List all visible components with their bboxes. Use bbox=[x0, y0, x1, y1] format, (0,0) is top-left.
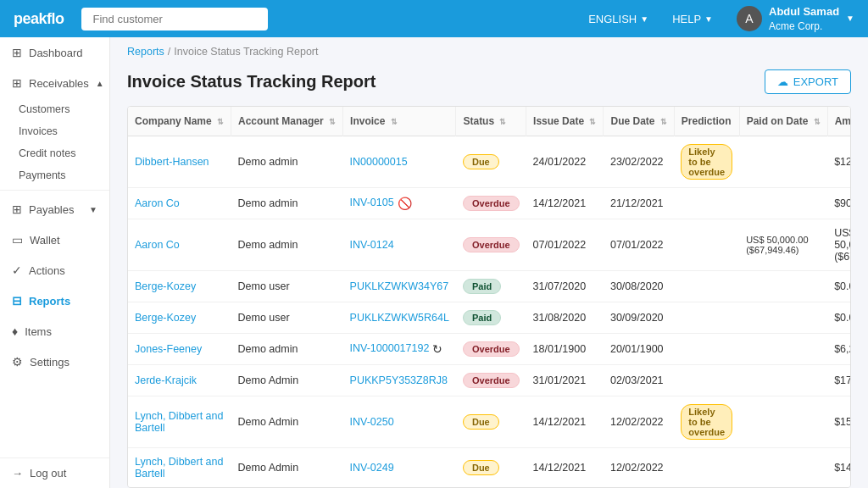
sort-icon: ⇅ bbox=[329, 118, 336, 126]
company-link[interactable]: Aaron Co bbox=[135, 197, 180, 209]
invoice-link[interactable]: INV-0250 bbox=[350, 416, 394, 428]
cell-issue-date: 07/01/2022 bbox=[526, 219, 604, 271]
payables-chevron-icon: ▼ bbox=[89, 205, 97, 214]
invoice-link[interactable]: PUKLKZWKW34Y67 bbox=[350, 280, 449, 292]
breadcrumb-separator: / bbox=[168, 46, 170, 58]
invoice-link[interactable]: IN00000015 bbox=[350, 156, 408, 168]
company-link[interactable]: Jerde-Krajcik bbox=[135, 374, 197, 386]
status-badge: Overdue bbox=[463, 196, 520, 211]
invoice-link[interactable]: PUKKP5Y353Z8RJ8 bbox=[350, 374, 448, 386]
status-badge: Due bbox=[463, 414, 499, 430]
invoice-link[interactable]: INV-1000017192 bbox=[350, 342, 430, 354]
company-link[interactable]: Berge-Kozey bbox=[135, 312, 196, 324]
company-link[interactable]: Lynch, Dibbert and Bartell bbox=[135, 456, 223, 480]
company-link[interactable]: Lynch, Dibbert and Bartell bbox=[135, 410, 223, 434]
table-row: Jerde-Krajcik Demo Admin PUKKP5Y353Z8RJ8… bbox=[128, 365, 851, 396]
cell-account: Demo Admin bbox=[231, 448, 343, 488]
cell-invoice: INV-0249 bbox=[343, 448, 456, 488]
col-account[interactable]: Account Manager ⇅ bbox=[231, 107, 343, 136]
sidebar-item-payables[interactable]: ⊞ Payables ▼ bbox=[0, 194, 109, 225]
cell-company: Jones-Feeney bbox=[128, 334, 231, 365]
sort-icon: ⇅ bbox=[660, 118, 667, 126]
prediction-badge: Likely to be overdue bbox=[681, 144, 732, 180]
user-menu[interactable]: A Abdul Samad Acme Corp. ▼ bbox=[737, 4, 854, 34]
invoice-link[interactable]: INV-0124 bbox=[350, 239, 394, 251]
invoice-link[interactable]: INV-0249 bbox=[350, 462, 394, 474]
user-chevron-icon: ▼ bbox=[846, 14, 854, 23]
cell-company: Lynch, Dibbert and Bartell bbox=[128, 396, 231, 448]
cell-account: Demo admin bbox=[231, 334, 343, 365]
cell-account: Demo admin bbox=[231, 219, 343, 271]
sidebar-item-items[interactable]: ♦ Items bbox=[0, 316, 109, 347]
help-chevron-icon: ▼ bbox=[704, 14, 713, 24]
items-icon: ♦ bbox=[12, 324, 18, 338]
col-status[interactable]: Status ⇅ bbox=[456, 107, 526, 136]
invoice-table-wrapper[interactable]: Company Name ⇅ Account Manager ⇅ Invoice… bbox=[127, 106, 851, 488]
invoice-link[interactable]: PUKLKZWKW5R64L bbox=[350, 312, 449, 324]
sort-icon: ⇅ bbox=[391, 118, 398, 126]
sort-icon: ⇅ bbox=[814, 118, 821, 126]
cell-company: Berge-Kozey bbox=[128, 271, 231, 302]
sidebar-item-payments[interactable]: Payments bbox=[0, 164, 109, 186]
company-link[interactable]: Jones-Feeney bbox=[135, 343, 202, 355]
sidebar: ⊞ Dashboard ⊞ Receivables ▲ Customers In… bbox=[0, 37, 110, 488]
receivables-chevron-icon: ▲ bbox=[96, 79, 104, 88]
cell-prediction bbox=[674, 365, 739, 396]
cell-status: Due bbox=[456, 448, 526, 488]
cell-invoice: IN00000015 bbox=[343, 136, 456, 188]
status-badge: Due bbox=[463, 460, 499, 475]
sidebar-item-invoices[interactable]: Invoices bbox=[0, 120, 109, 142]
cell-company: Jerde-Krajcik bbox=[128, 365, 231, 396]
cell-issue-date: 31/07/2020 bbox=[526, 271, 604, 302]
company-link[interactable]: Berge-Kozey bbox=[135, 280, 196, 292]
sidebar-item-reports[interactable]: ⊟ Reports bbox=[0, 286, 109, 316]
sidebar-item-actions[interactable]: ✓ Actions bbox=[0, 255, 109, 286]
sidebar-item-receivables[interactable]: ⊞ Receivables ▲ bbox=[0, 68, 109, 98]
cell-paid-on-date: US$ 50,000.00 ($67,949.46) bbox=[739, 219, 827, 271]
col-prediction[interactable]: Prediction bbox=[674, 107, 739, 136]
export-button[interactable]: ☁ EXPORT bbox=[765, 69, 851, 94]
sidebar-item-customers[interactable]: Customers bbox=[0, 98, 109, 120]
dashboard-icon: ⊞ bbox=[12, 46, 22, 59]
cell-amount-due: $123,386.70 bbox=[827, 136, 851, 188]
col-due-date[interactable]: Due Date ⇅ bbox=[604, 107, 674, 136]
status-badge: Overdue bbox=[463, 237, 520, 252]
col-amount-due[interactable]: Amount Due ↓ bbox=[827, 107, 851, 136]
col-issue-date[interactable]: Issue Date ⇅ bbox=[526, 107, 604, 136]
table-row: Berge-Kozey Demo user PUKLKZWKW5R64L Pai… bbox=[128, 302, 851, 334]
sidebar-divider bbox=[0, 190, 109, 191]
logout-button[interactable]: → Log out bbox=[0, 458, 109, 488]
language-selector[interactable]: ENGLISH ▼ bbox=[588, 13, 648, 25]
cell-invoice: INV-1000017192↻ bbox=[343, 334, 456, 365]
search-input[interactable] bbox=[81, 8, 268, 30]
col-company[interactable]: Company Name ⇅ bbox=[128, 107, 231, 136]
cell-company: Aaron Co bbox=[128, 219, 231, 271]
table-row: Lynch, Dibbert and Bartell Demo Admin IN… bbox=[128, 396, 851, 448]
sidebar-item-dashboard[interactable]: ⊞ Dashboard bbox=[0, 37, 109, 68]
help-menu[interactable]: HELP ▼ bbox=[672, 13, 713, 25]
cell-prediction bbox=[674, 271, 739, 302]
invoice-link[interactable]: INV-0105 bbox=[350, 197, 394, 208]
col-paid-on-date[interactable]: Paid on Date ⇅ bbox=[739, 107, 827, 136]
sort-icon: ⇅ bbox=[217, 118, 224, 126]
receivables-icon: ⊞ bbox=[12, 76, 22, 90]
cell-amount-due: $0.00 bbox=[827, 302, 851, 334]
sidebar-item-credit-notes[interactable]: Credit notes bbox=[0, 142, 109, 164]
company-link[interactable]: Dibbert-Hansen bbox=[135, 156, 209, 168]
export-icon: ☁ bbox=[777, 75, 788, 88]
table-row: Dibbert-Hansen Demo admin IN00000015 Due… bbox=[128, 136, 851, 188]
main-content: Reports / Invoice Status Tracking Report… bbox=[110, 37, 868, 488]
cell-amount-due: US$ 50,000.00 ($67,949.46) bbox=[827, 219, 851, 271]
col-invoice[interactable]: Invoice ⇅ bbox=[343, 107, 456, 136]
status-badge: Due bbox=[463, 154, 499, 169]
sidebar-item-wallet[interactable]: ▭ Wallet bbox=[0, 225, 109, 255]
cell-prediction bbox=[674, 302, 739, 334]
content-header: Invoice Status Tracking Report ☁ EXPORT bbox=[127, 61, 851, 106]
cell-due-date: 12/02/2022 bbox=[604, 448, 674, 488]
company-link[interactable]: Aaron Co bbox=[135, 239, 180, 251]
cell-amount-due: $90,999.00 bbox=[827, 188, 851, 219]
cell-issue-date: 24/01/2022 bbox=[526, 136, 604, 188]
sidebar-item-settings[interactable]: ⚙ Settings bbox=[0, 347, 109, 377]
breadcrumb-parent[interactable]: Reports bbox=[127, 46, 164, 58]
payables-icon: ⊞ bbox=[12, 202, 22, 216]
